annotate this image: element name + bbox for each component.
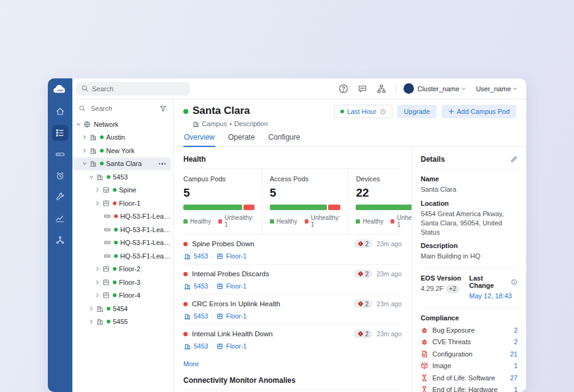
tree-item-leaf-4[interactable]: HQ-53-F1-Leaf-4 xyxy=(72,249,170,263)
user-name: User_name xyxy=(476,85,511,92)
nav-events-icon[interactable] xyxy=(52,168,68,184)
tree-item-5455[interactable]: 5455 xyxy=(72,315,170,329)
tree-item-floor-3[interactable]: Floor-3 xyxy=(72,276,170,289)
tree-item-floor-2[interactable]: Floor-2 xyxy=(72,263,170,276)
tree-item-network[interactable]: Network xyxy=(72,118,170,131)
tree-item-floor-4[interactable]: Floor-4 xyxy=(72,289,170,303)
sitemap-icon[interactable] xyxy=(377,84,386,94)
filter-icon[interactable] xyxy=(159,105,167,112)
tab-configure[interactable]: Configure xyxy=(267,133,300,146)
tree-item-5453[interactable]: 5453 xyxy=(72,170,170,184)
tree-item-new-york[interactable]: New York xyxy=(72,144,170,157)
issue-row[interactable]: Internal Link Health Down !2 23m ago 545… xyxy=(183,324,402,354)
chevron-collapsed-icon[interactable] xyxy=(82,148,88,154)
info-icon xyxy=(511,279,518,285)
status-dot xyxy=(100,135,104,139)
health-bar xyxy=(356,205,411,210)
floor-icon xyxy=(102,200,110,207)
more-link[interactable]: More xyxy=(183,360,199,368)
description-value: Main Building in HQ xyxy=(421,252,518,261)
chevron-collapsed-icon[interactable] xyxy=(95,187,101,193)
chevron-collapsed-icon[interactable] xyxy=(95,266,101,272)
pod-link[interactable]: 5453 xyxy=(194,342,208,350)
add-campus-pod-button[interactable]: Add Campus Pod xyxy=(442,105,516,118)
pod-link[interactable]: 5453 xyxy=(194,312,208,320)
unhealthy-legend-swatch xyxy=(391,219,394,224)
chevron-collapsed-icon[interactable] xyxy=(95,279,101,285)
issue-row[interactable]: Spine Probes Down !2 23m ago 5453 · xyxy=(183,234,402,264)
floor-link[interactable]: Floor-1 xyxy=(226,282,247,290)
tab-overview[interactable]: Overview xyxy=(183,133,215,147)
chevron-collapsed-icon[interactable] xyxy=(89,318,95,325)
issue-time: 23m ago xyxy=(377,240,402,247)
healthy-legend-label: Healthy xyxy=(190,218,211,225)
chevron-collapsed-icon[interactable] xyxy=(95,292,101,298)
issue-row[interactable]: CRC Errors In Uplink Health !2 23m ago 5… xyxy=(183,294,402,324)
nav-provisioning-icon[interactable] xyxy=(52,189,68,205)
floor-link[interactable]: Floor-1 xyxy=(226,342,247,350)
chevron-down-icon xyxy=(461,86,466,91)
tree-item-5454[interactable]: 5454 xyxy=(72,302,170,315)
cluster-menu[interactable]: Cluster_name xyxy=(418,85,466,92)
health-section-title: Health xyxy=(183,155,402,164)
compliance-count[interactable]: 2 xyxy=(514,326,518,334)
pod-link[interactable]: 5453 xyxy=(194,282,208,290)
building-icon xyxy=(90,160,97,167)
tree-item-santa-clara[interactable]: Santa Clara xyxy=(72,157,170,171)
clock-icon xyxy=(380,108,386,115)
nav-network-hierarchy-icon[interactable] xyxy=(52,125,68,141)
time-range-button[interactable]: Last Hour xyxy=(334,105,392,118)
compliance-count[interactable]: 21 xyxy=(510,350,518,358)
nav-dashboard-icon[interactable] xyxy=(52,211,68,227)
tree-item-label: Spine xyxy=(119,186,136,194)
issue-row[interactable]: Internal Probes Discards !2 23m ago 5453… xyxy=(183,264,402,294)
chevron-collapsed-icon[interactable] xyxy=(95,200,101,206)
more-menu-icon[interactable] xyxy=(159,163,166,165)
issue-time: 23m ago xyxy=(377,300,402,307)
feedback-icon[interactable] xyxy=(358,84,367,94)
unhealthy-legend-swatch xyxy=(305,219,308,224)
tree-item-spine[interactable]: Spine xyxy=(72,184,170,197)
severity-badge: !2 xyxy=(354,270,373,278)
pod-link[interactable]: 5453 xyxy=(194,252,208,260)
chevron-expanded-icon[interactable] xyxy=(82,160,88,167)
tree-item-floor-1[interactable]: Floor-1 xyxy=(72,197,170,210)
tab-operate[interactable]: Operate xyxy=(228,133,255,146)
healthy-legend-label: Healthy xyxy=(362,218,383,225)
floor-icon xyxy=(216,313,223,320)
tree-item-austin[interactable]: Austin xyxy=(72,131,170,145)
chevron-expanded-icon[interactable] xyxy=(76,121,82,127)
compliance-count[interactable]: 2 xyxy=(514,338,518,345)
separator: · xyxy=(211,342,213,350)
help-icon[interactable] xyxy=(339,84,348,94)
tree-item-label: 5455 xyxy=(113,318,128,325)
healthy-legend-swatch xyxy=(356,219,360,224)
compliance-count[interactable]: 27 xyxy=(510,374,518,382)
unhealthy-legend-label: Unhealthy: 1 xyxy=(224,214,254,228)
chevron-expanded-icon[interactable] xyxy=(89,174,95,180)
issue-title: Internal Probes Discards xyxy=(192,270,269,277)
nav-home-icon[interactable] xyxy=(52,104,68,119)
campus-pods-card: Campus Pods 5 Healthy Unhealthy: 1 xyxy=(183,169,262,234)
tree-item-leaf-1[interactable]: HQ-53-F1-Leaf-1 xyxy=(72,210,170,224)
floor-link[interactable]: Floor-1 xyxy=(226,252,247,260)
tree-search-input[interactable] xyxy=(90,104,159,113)
last-change-value[interactable]: May 12, 18:43 xyxy=(469,292,518,301)
nav-devices-icon[interactable] xyxy=(52,146,68,162)
healthy-legend-swatch xyxy=(270,219,274,224)
compliance-count[interactable]: 1 xyxy=(514,362,518,369)
upgrade-button[interactable]: Upgrade xyxy=(397,105,437,118)
edit-pencil-icon[interactable] xyxy=(510,156,518,163)
chevron-collapsed-icon[interactable] xyxy=(89,306,95,312)
user-menu[interactable]: User_name xyxy=(476,85,518,92)
breadcrumb: Campus • Description xyxy=(193,120,516,127)
floor-link[interactable]: Floor-1 xyxy=(226,312,247,320)
tree-item-leaf-2[interactable]: HQ-53-F1-Leaf-2 xyxy=(72,223,170,236)
compliance-count[interactable]: 1 xyxy=(514,386,518,392)
upgrade-label: Upgrade xyxy=(404,108,430,115)
tree-item-leaf-3[interactable]: HQ-53-F1-Leaf-3 xyxy=(72,236,170,250)
nav-topology-icon[interactable] xyxy=(52,232,68,248)
page-title: Santa Clara xyxy=(193,105,250,117)
chevron-collapsed-icon[interactable] xyxy=(82,134,88,140)
global-search-input[interactable] xyxy=(76,82,190,96)
